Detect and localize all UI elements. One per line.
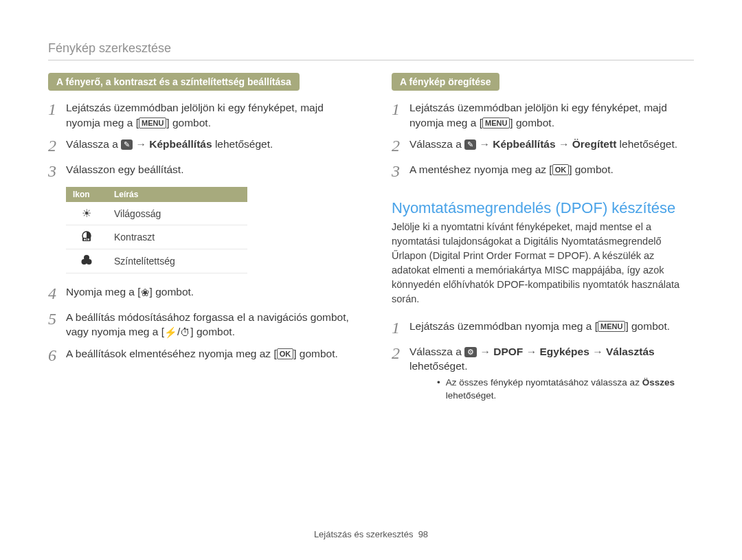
- step-number: 4: [48, 284, 66, 302]
- table-header-desc: Leírás: [107, 187, 247, 202]
- edit-icon: ✎: [464, 139, 476, 150]
- timer-icon: ⏱: [180, 325, 190, 339]
- table-header-icon: Ikon: [66, 187, 107, 202]
- svg-point-5: [87, 259, 92, 265]
- table-row: Színtelítettség: [66, 249, 247, 273]
- step-text: Válasszon egy beállítást.: [66, 162, 350, 177]
- row-label: Kontraszt: [107, 225, 247, 249]
- ok-button-label: OK: [277, 348, 294, 359]
- saturation-icon: [66, 249, 107, 273]
- row-label: Világosság: [107, 202, 247, 225]
- left-column: A fényerő, a kontraszt és a színtelített…: [48, 73, 350, 522]
- svg-text:ACB: ACB: [84, 238, 90, 241]
- right-column: A fénykép öregítése 1 Lejátszás üzemmódb…: [392, 73, 694, 522]
- table-row: ☀ Világosság: [66, 202, 247, 225]
- step-number: 3: [48, 162, 66, 180]
- contrast-icon: ACB: [66, 225, 107, 249]
- step-text: Lejátszás üzemmódban nyomja meg a [MENU]…: [409, 319, 694, 334]
- step-text: Lejátszás üzemmódban jelöljön ki egy fén…: [66, 100, 350, 130]
- step-number: 6: [48, 346, 66, 364]
- breadcrumb: Fénykép szerkesztése: [48, 41, 694, 60]
- step-text: Lejátszás üzemmódban jelöljön ki egy fén…: [409, 100, 694, 130]
- menu-button-label: MENU: [598, 321, 625, 332]
- step-text: A mentéshez nyomja meg az [OK] gombot.: [409, 162, 694, 177]
- section-pill-aging: A fénykép öregítése: [392, 73, 499, 91]
- macro-icon: ❀: [141, 285, 150, 300]
- step-text: Válassza a ✎ → Képbeállítás lehetőséget.: [66, 137, 350, 152]
- flash-icon: ⚡: [164, 325, 177, 339]
- step-text: Válassza a ⚙ → DPOF → Egyképes → Választ…: [409, 344, 694, 403]
- step-text: A beállítások elmentéséhez nyomja meg az…: [66, 346, 350, 361]
- step-text: Válassza a ✎ → Képbeállítás → Öregített …: [409, 137, 694, 152]
- step-number: 2: [392, 344, 409, 362]
- step-number: 1: [392, 319, 409, 337]
- step-text: Nyomja meg a [❀] gombot.: [66, 284, 350, 300]
- step-text: A beállítás módosításához forgassa el a …: [66, 310, 350, 340]
- options-table: Ikon Leírás ☀ Világosság ACB Kontraszt: [66, 187, 247, 273]
- section-heading-dpof: Nyomtatásmegrendelés (DPOF) készítése: [392, 199, 694, 217]
- sub-bullet: • Az összes fénykép nyomtatásához válass…: [437, 377, 694, 403]
- step-number: 5: [48, 310, 66, 328]
- step-number: 3: [392, 162, 409, 180]
- step-number: 1: [392, 100, 409, 118]
- svg-point-4: [82, 259, 87, 265]
- section-pill-adjust: A fényerő, a kontraszt és a színtelített…: [48, 73, 300, 91]
- menu-button-label: MENU: [482, 117, 510, 128]
- step-number: 1: [48, 100, 66, 118]
- step-number: 2: [48, 137, 66, 155]
- table-row: ACB Kontraszt: [66, 225, 247, 249]
- settings-icon: ⚙: [464, 347, 477, 357]
- edit-icon: ✎: [121, 139, 133, 150]
- brightness-icon: ☀: [66, 202, 107, 225]
- row-label: Színtelítettség: [107, 249, 247, 273]
- page-footer: Lejátszás és szerkesztés 98: [48, 522, 694, 539]
- ok-button-label: OK: [552, 164, 570, 175]
- step-number: 2: [392, 137, 409, 155]
- menu-button-label: MENU: [139, 117, 166, 128]
- section-paragraph: Jelölje ki a nyomtatni kívánt fényképeke…: [392, 220, 694, 306]
